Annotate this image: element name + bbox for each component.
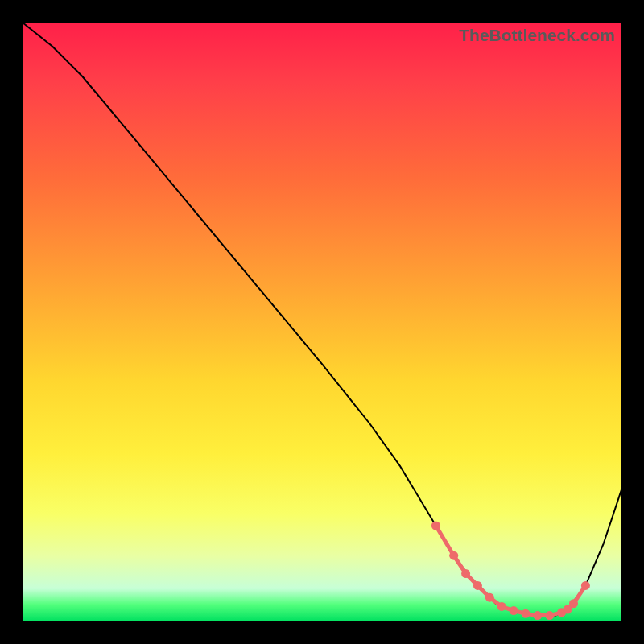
marker-dot: [533, 611, 542, 620]
marker-dot: [485, 593, 494, 602]
marker-dot: [581, 581, 590, 590]
bottleneck-curve-path: [23, 23, 621, 616]
marker-dot: [545, 611, 554, 620]
bottleneck-chart: [23, 23, 621, 621]
chart-frame: TheBottleneck.com: [23, 23, 621, 621]
marker-dot: [510, 606, 518, 615]
marker-dot: [569, 599, 578, 608]
marker-dot: [497, 602, 506, 611]
marker-dot: [461, 569, 470, 578]
marker-dot: [431, 522, 440, 530]
marker-connector: [436, 526, 585, 616]
marker-group: [431, 522, 590, 621]
marker-dot: [473, 581, 482, 590]
marker-dot: [522, 609, 530, 618]
marker-dot: [449, 551, 458, 560]
